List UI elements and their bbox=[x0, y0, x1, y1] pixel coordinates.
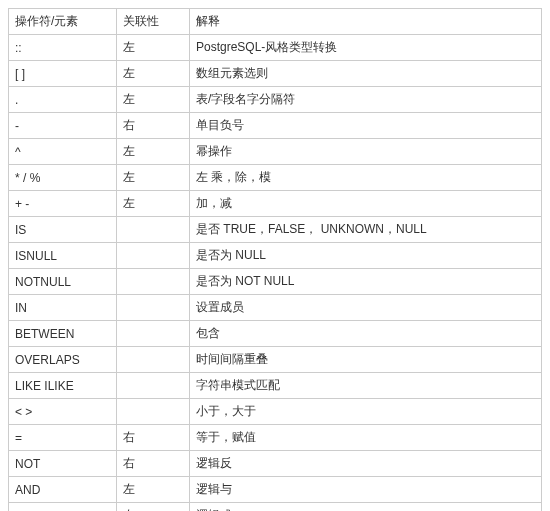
table-row: AND左逻辑与 bbox=[9, 477, 542, 503]
table-row: BETWEEN包含 bbox=[9, 321, 542, 347]
table-header-row: 操作符/元素 关联性 解释 bbox=[9, 9, 542, 35]
cell-associativity: 左 bbox=[117, 165, 190, 191]
cell-description: PostgreSQL-风格类型转换 bbox=[190, 35, 542, 61]
cell-description: 等于，赋值 bbox=[190, 425, 542, 451]
cell-operator: - bbox=[9, 113, 117, 139]
cell-operator: . bbox=[9, 87, 117, 113]
table-row: + -左加，减 bbox=[9, 191, 542, 217]
cell-description: 小于，大于 bbox=[190, 399, 542, 425]
cell-associativity: 左 bbox=[117, 477, 190, 503]
table-row: NOT右逻辑反 bbox=[9, 451, 542, 477]
table-row: [ ]左数组元素选则 bbox=[9, 61, 542, 87]
cell-description: 是否为 NOT NULL bbox=[190, 269, 542, 295]
cell-description: 设置成员 bbox=[190, 295, 542, 321]
cell-description: 是否为 NULL bbox=[190, 243, 542, 269]
cell-description: 逻辑反 bbox=[190, 451, 542, 477]
cell-associativity: 左 bbox=[117, 191, 190, 217]
cell-operator: BETWEEN bbox=[9, 321, 117, 347]
cell-operator: :: bbox=[9, 35, 117, 61]
table-row: OR左逻辑或 bbox=[9, 503, 542, 512]
table-row: IN设置成员 bbox=[9, 295, 542, 321]
table-row: ::左PostgreSQL-风格类型转换 bbox=[9, 35, 542, 61]
cell-operator: < > bbox=[9, 399, 117, 425]
table-row: .左表/字段名字分隔符 bbox=[9, 87, 542, 113]
cell-associativity bbox=[117, 243, 190, 269]
cell-associativity: 左 bbox=[117, 139, 190, 165]
cell-operator: IS bbox=[9, 217, 117, 243]
table-row: LIKE ILIKE字符串模式匹配 bbox=[9, 373, 542, 399]
cell-description: 字符串模式匹配 bbox=[190, 373, 542, 399]
operator-precedence-table: 操作符/元素 关联性 解释 ::左PostgreSQL-风格类型转换[ ]左数组… bbox=[8, 8, 542, 511]
cell-associativity: 左 bbox=[117, 87, 190, 113]
cell-associativity bbox=[117, 217, 190, 243]
cell-description: 数组元素选则 bbox=[190, 61, 542, 87]
cell-associativity bbox=[117, 347, 190, 373]
cell-operator: NOTNULL bbox=[9, 269, 117, 295]
cell-operator: LIKE ILIKE bbox=[9, 373, 117, 399]
cell-description: 时间间隔重叠 bbox=[190, 347, 542, 373]
cell-operator: OVERLAPS bbox=[9, 347, 117, 373]
cell-operator: ^ bbox=[9, 139, 117, 165]
cell-associativity: 左 bbox=[117, 35, 190, 61]
table-row: OVERLAPS时间间隔重叠 bbox=[9, 347, 542, 373]
cell-operator: + - bbox=[9, 191, 117, 217]
cell-associativity bbox=[117, 399, 190, 425]
cell-operator: AND bbox=[9, 477, 117, 503]
table-row: NOTNULL是否为 NOT NULL bbox=[9, 269, 542, 295]
table-row: =右等于，赋值 bbox=[9, 425, 542, 451]
table-row: * / %左左 乘，除，模 bbox=[9, 165, 542, 191]
cell-description: 单目负号 bbox=[190, 113, 542, 139]
table-row: ^左幂操作 bbox=[9, 139, 542, 165]
cell-associativity: 右 bbox=[117, 451, 190, 477]
cell-operator: [ ] bbox=[9, 61, 117, 87]
cell-description: 幂操作 bbox=[190, 139, 542, 165]
cell-description: 左 乘，除，模 bbox=[190, 165, 542, 191]
cell-associativity bbox=[117, 269, 190, 295]
cell-associativity: 右 bbox=[117, 113, 190, 139]
cell-associativity bbox=[117, 295, 190, 321]
header-description: 解释 bbox=[190, 9, 542, 35]
cell-description: 加，减 bbox=[190, 191, 542, 217]
header-operator: 操作符/元素 bbox=[9, 9, 117, 35]
cell-description: 包含 bbox=[190, 321, 542, 347]
header-associativity: 关联性 bbox=[117, 9, 190, 35]
cell-description: 表/字段名字分隔符 bbox=[190, 87, 542, 113]
cell-operator: NOT bbox=[9, 451, 117, 477]
table-row: -右单目负号 bbox=[9, 113, 542, 139]
cell-description: 是否 TRUE，FALSE， UNKNOWN，NULL bbox=[190, 217, 542, 243]
cell-associativity: 左 bbox=[117, 61, 190, 87]
cell-operator: ISNULL bbox=[9, 243, 117, 269]
cell-associativity bbox=[117, 373, 190, 399]
cell-associativity: 右 bbox=[117, 425, 190, 451]
table-row: IS是否 TRUE，FALSE， UNKNOWN，NULL bbox=[9, 217, 542, 243]
cell-associativity bbox=[117, 321, 190, 347]
cell-description: 逻辑与 bbox=[190, 477, 542, 503]
cell-operator: * / % bbox=[9, 165, 117, 191]
table-row: ISNULL是否为 NULL bbox=[9, 243, 542, 269]
cell-description: 逻辑或 bbox=[190, 503, 542, 512]
cell-operator: = bbox=[9, 425, 117, 451]
table-row: < >小于，大于 bbox=[9, 399, 542, 425]
cell-associativity: 左 bbox=[117, 503, 190, 512]
cell-operator: IN bbox=[9, 295, 117, 321]
cell-operator: OR bbox=[9, 503, 117, 512]
